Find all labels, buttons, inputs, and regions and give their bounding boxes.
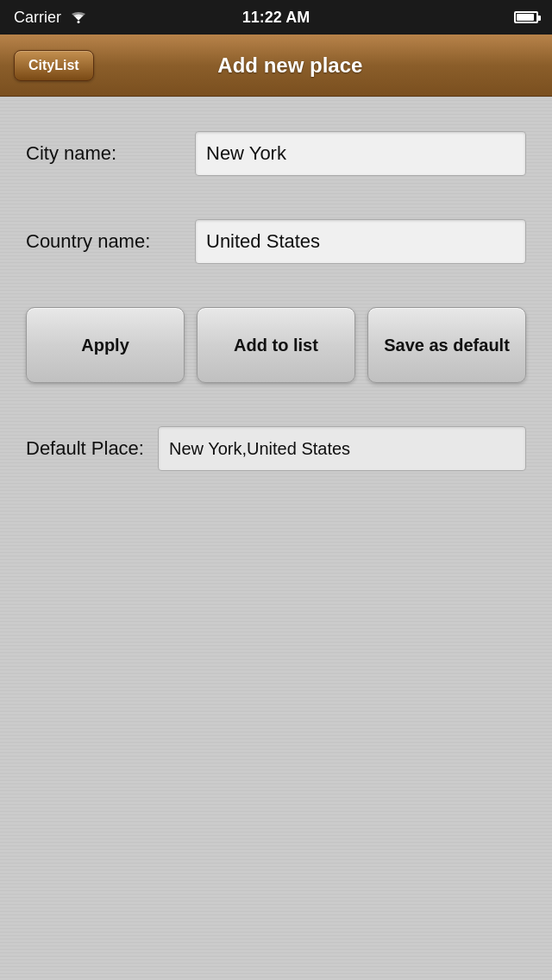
city-name-row: City name:	[26, 131, 526, 176]
status-bar: Carrier 11:22 AM	[0, 0, 552, 35]
country-name-row: Country name:	[26, 219, 526, 264]
default-place-label: Default Place:	[26, 437, 144, 460]
main-content: City name: Country name: Apply Add to li…	[0, 97, 552, 980]
status-left: Carrier	[14, 9, 87, 27]
country-name-label: Country name:	[26, 230, 181, 253]
status-time: 11:22 AM	[242, 9, 310, 27]
add-to-list-button[interactable]: Add to list	[197, 307, 355, 383]
city-name-label: City name:	[26, 142, 181, 165]
status-right	[514, 11, 538, 23]
apply-button[interactable]: Apply	[26, 307, 185, 383]
country-name-input[interactable]	[195, 219, 526, 264]
city-name-input[interactable]	[195, 131, 526, 176]
battery-icon	[514, 11, 538, 23]
default-place-row: Default Place: New York,United States	[26, 426, 526, 471]
action-buttons-row: Apply Add to list Save as default	[26, 307, 526, 383]
wifi-icon	[70, 11, 87, 23]
page-title: Add new place	[94, 53, 486, 78]
save-as-default-button[interactable]: Save as default	[367, 307, 526, 383]
default-place-value: New York,United States	[158, 426, 526, 471]
nav-bar: CityList Add new place	[0, 35, 552, 97]
carrier-label: Carrier	[14, 9, 61, 27]
back-button[interactable]: CityList	[14, 50, 94, 81]
svg-point-0	[78, 21, 80, 23]
